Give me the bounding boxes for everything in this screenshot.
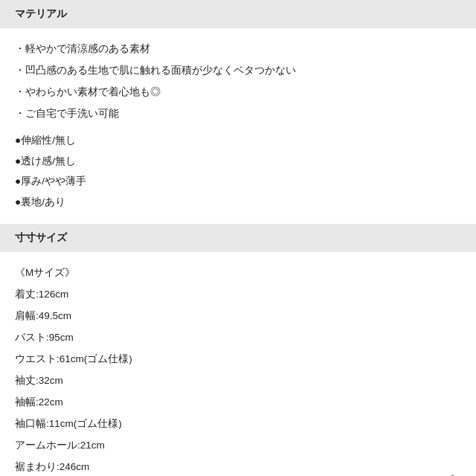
measurement-3: ウエスト:61cm(ゴム仕様)	[15, 349, 461, 369]
chevron-up-icon: ⇧	[448, 474, 457, 476]
measurement-4: 袖丈:32cm	[15, 370, 461, 390]
measurement-6: 袖口幅:11cm(ゴム仕様)	[15, 414, 461, 434]
measurement-5: 袖幅:22cm	[15, 392, 461, 412]
material-bullet-3: ・ご自宅で手洗い可能	[15, 103, 461, 123]
material-bullet-0: ・軽やかで清涼感のある素材	[15, 39, 461, 59]
size-header-text: 寸寸サイズ	[15, 231, 67, 243]
size-section-header: 寸寸サイズ	[0, 224, 476, 252]
size-label: 《Mサイズ》	[15, 263, 461, 283]
material-properties: ●伸縮性/無し ●透け感/無し ●厚み/やや薄手 ●裏地/あり	[15, 131, 461, 212]
top-button[interactable]: ⇧ TOP	[445, 474, 461, 476]
material-bullet-2: ・やわらかい素材で着心地も◎	[15, 82, 461, 102]
material-header-text: マテリアル	[15, 7, 67, 19]
measurement-2: バスト:95cm	[15, 327, 461, 347]
material-property-2: ●厚み/やや薄手	[15, 172, 461, 191]
material-bullets: ・軽やかで清涼感のある素材 ・凹凸感のある生地で肌に触れる面積が少なくベタつかな…	[15, 39, 461, 123]
material-section-content: ・軽やかで清涼感のある素材 ・凹凸感のある生地で肌に触れる面積が少なくベタつかな…	[0, 28, 476, 224]
material-bullet-1: ・凹凸感のある生地で肌に触れる面積が少なくベタつかない	[15, 60, 461, 80]
page-container: マテリアル ・軽やかで清涼感のある素材 ・凹凸感のある生地で肌に触れる面積が少な…	[0, 0, 476, 476]
material-section-header: マテリアル	[0, 0, 476, 28]
measurement-1: 肩幅:49.5cm	[15, 306, 461, 326]
measurement-7: アームホール:21cm	[15, 435, 461, 455]
measurement-0: 着丈:126cm	[15, 284, 461, 304]
material-property-3: ●裏地/あり	[15, 193, 461, 212]
material-property-1: ●透け感/無し	[15, 152, 461, 171]
material-property-0: ●伸縮性/無し	[15, 131, 461, 150]
size-section-content: 《Mサイズ》 着丈:126cm 肩幅:49.5cm バスト:95cm ウエスト:…	[0, 252, 476, 476]
measurement-8: 裾まわり:246cm	[15, 457, 461, 476]
